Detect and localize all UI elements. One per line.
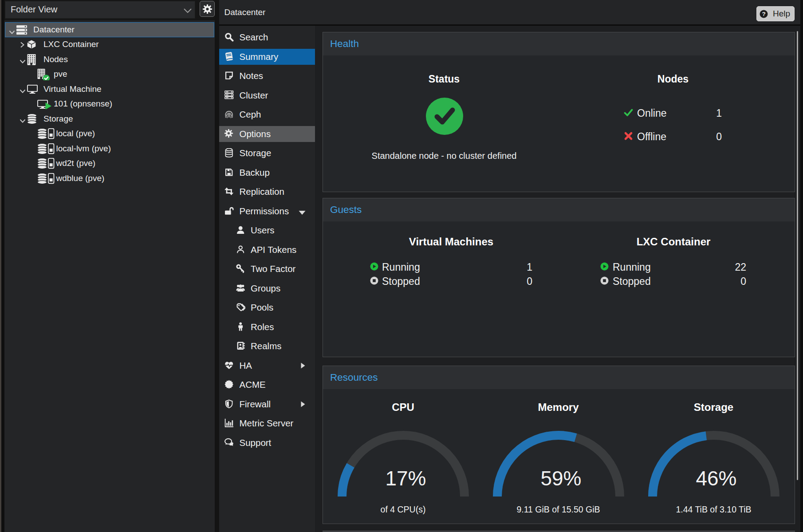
- svg-text:?: ?: [762, 11, 765, 17]
